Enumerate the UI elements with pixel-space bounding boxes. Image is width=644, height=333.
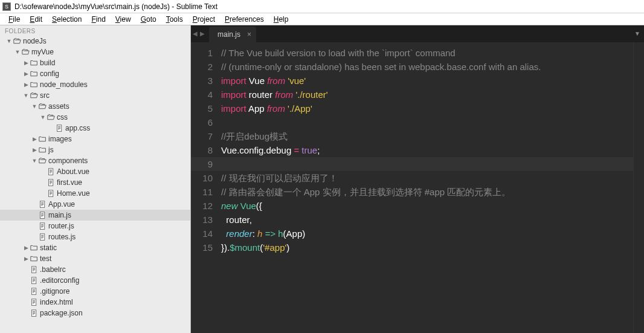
tab-bar: ◀ ▶ main.js × ▼ [191,25,644,42]
disclosure-icon[interactable]: ▼ [31,103,37,109]
code-line[interactable]: new Vue({ [221,199,633,213]
tab-nav-arrows[interactable]: ◀ ▶ [192,29,205,37]
gutter: 123456789101112131415 [191,42,221,333]
tree-label: js [48,146,54,154]
menu-find[interactable]: Find [86,14,110,25]
tree-label: main.js [48,211,71,219]
tree-file[interactable]: routes.js [0,231,190,242]
file-icon [37,233,47,241]
file-icon [37,212,47,219]
tree-file[interactable]: first.vue [0,177,190,188]
tree-folder[interactable]: ▶config [0,68,190,79]
tree-folder[interactable]: ▶images [0,134,190,144]
disclosure-icon[interactable]: ▼ [40,114,46,120]
folder-tree: ▼nodeJs▼myVue▶build▶config▶node_modules▼… [0,36,190,318]
disclosure-icon[interactable]: ▼ [6,38,12,44]
code-line[interactable]: //开启debug模式 [221,129,633,143]
code-line[interactable]: // 路由器会创建一个 App 实例，并且挂载到选择符 #app 匹配的元素上。 [221,185,633,199]
disclosure-icon[interactable]: ▼ [31,158,37,164]
folder-icon [46,114,56,121]
code-line[interactable]: import Vue from 'vue' [221,74,633,88]
tree-folder[interactable]: ▶node_modules [0,79,190,90]
tree-folder[interactable]: ▶test [0,253,190,264]
tree-folder[interactable]: ▶build [0,57,190,68]
tree-file[interactable]: index.html [0,297,190,308]
menu-tools[interactable]: Tools [161,14,188,25]
tree-file[interactable]: package.json [0,308,190,318]
disclosure-icon[interactable]: ▶ [23,82,29,88]
tree-label: .editorconfig [40,276,79,285]
menu-preferences[interactable]: Preferences [220,14,269,25]
tree-folder[interactable]: ▼myVue [0,47,190,57]
code-area[interactable]: 123456789101112131415 // The Vue build v… [191,42,644,333]
code-line[interactable] [221,115,633,129]
code-line[interactable] [221,157,633,171]
line-number: 1 [191,46,213,60]
code-line[interactable]: // The Vue build version to load with th… [221,46,633,60]
tree-file[interactable]: app.css [0,123,190,134]
code-line[interactable]: render: h => h(App) [221,227,633,241]
tab-prev-icon[interactable]: ◀ [192,29,198,37]
line-number: 14 [191,227,213,241]
disclosure-icon[interactable]: ▶ [23,71,29,77]
close-icon[interactable]: × [247,30,251,39]
menu-edit[interactable]: Edit [25,14,47,25]
tab-next-icon[interactable]: ▶ [199,29,205,37]
tree-label: .gitignore [40,287,69,296]
title-bar: D:\sofeware\nodeJs\myVue\src\main.js (no… [0,0,644,13]
tree-file[interactable]: .gitignore [0,286,190,297]
tree-file[interactable]: router.js [0,221,190,231]
tree-file[interactable]: .babelrc [0,264,190,275]
line-number: 5 [191,102,213,115]
menu-selection[interactable]: Selection [47,14,86,25]
tree-folder[interactable]: ▶static [0,242,190,253]
tree-folder[interactable]: ▼nodeJs [0,36,190,47]
tree-file[interactable]: Home.vue [0,188,190,199]
disclosure-icon[interactable]: ▶ [31,136,37,142]
tree-label: static [40,244,57,252]
tab-main-js[interactable]: main.js × [209,27,256,42]
disclosure-icon[interactable]: ▶ [23,256,29,262]
disclosure-icon[interactable]: ▼ [14,49,21,55]
code-line[interactable]: // (runtime-only or standalone) has been… [221,60,633,74]
tree-folder[interactable]: ▼src [0,90,190,101]
line-number: 3 [191,74,213,88]
minimap[interactable] [633,42,644,333]
code-line[interactable]: import App from './App' [221,102,633,115]
code-line[interactable]: import router from './router' [221,88,633,102]
tree-folder[interactable]: ▼components [0,155,190,166]
folder-icon [37,157,47,165]
file-icon [37,222,47,230]
tree-folder[interactable]: ▼css [0,112,190,123]
menu-goto[interactable]: Goto [136,14,161,25]
tree-folder[interactable]: ▶js [0,144,190,155]
folder-icon [29,59,39,67]
tab-dropdown-icon[interactable]: ▼ [634,30,640,37]
folder-icon [29,92,39,100]
menu-help[interactable]: Help [269,14,294,25]
menu-bar: FileEditSelectionFindViewGotoToolsProjec… [0,13,644,25]
tree-file[interactable]: App.vue [0,199,190,210]
disclosure-icon[interactable]: ▶ [23,245,29,251]
menu-view[interactable]: View [111,14,136,25]
line-number: 10 [191,171,213,185]
code-line[interactable]: // 现在我们可以启动应用了！ [221,171,633,185]
app-icon [2,2,11,11]
disclosure-icon[interactable]: ▶ [23,60,29,66]
code-line[interactable]: }).$mount('#app') [221,241,633,254]
tree-file[interactable]: main.js [0,210,190,221]
disclosure-icon[interactable]: ▶ [31,147,37,153]
line-number: 4 [191,88,213,102]
tree-label: images [48,135,72,143]
menu-file[interactable]: File [4,14,25,25]
code-line[interactable]: router, [221,213,633,227]
folder-icon [12,37,22,45]
disclosure-icon[interactable]: ▼ [23,92,29,99]
tree-label: node_modules [40,80,88,89]
tree-folder[interactable]: ▼assets [0,101,190,112]
tree-file[interactable]: .editorconfig [0,275,190,286]
menu-project[interactable]: Project [188,14,220,25]
code-line[interactable]: Vue.config.debug = true; [221,143,633,157]
code-content[interactable]: // The Vue build version to load with th… [221,42,633,333]
tree-file[interactable]: About.vue [0,166,190,177]
